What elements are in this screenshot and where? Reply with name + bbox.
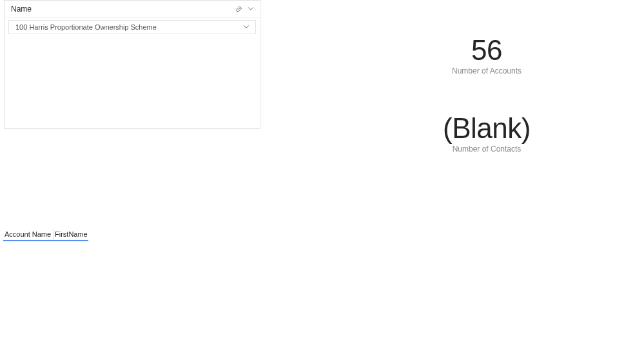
table-column-firstname[interactable]: FirstName xyxy=(54,229,88,240)
chevron-down-icon xyxy=(242,21,250,33)
slicer-selected-value: 100 Harris Proportionate Ownership Schem… xyxy=(15,23,242,31)
slicer-dropdown[interactable]: 100 Harris Proportionate Ownership Schem… xyxy=(8,20,256,34)
slicer-panel: Name 100 Harris Proportionate Ownership … xyxy=(4,0,260,129)
chevron-down-icon[interactable] xyxy=(247,3,255,15)
table-header-row: Account Name FirstName xyxy=(3,229,88,241)
kpi-accounts-value: 56 xyxy=(390,35,583,65)
kpi-contacts-label: Number of Contacts xyxy=(390,144,583,154)
slicer-header-icons xyxy=(235,3,255,15)
slicer-title: Name xyxy=(11,5,235,14)
slicer-header: Name xyxy=(5,1,260,18)
kpi-card-accounts: 56 Number of Accounts xyxy=(390,35,583,75)
kpi-accounts-label: Number of Accounts xyxy=(390,66,583,75)
kpi-card-contacts: (Blank) Number of Contacts xyxy=(390,114,583,154)
table-column-accountname[interactable]: Account Name xyxy=(3,229,54,240)
eraser-icon[interactable] xyxy=(235,3,243,15)
kpi-contacts-value: (Blank) xyxy=(390,114,583,143)
data-table: Account Name FirstName xyxy=(3,229,88,241)
